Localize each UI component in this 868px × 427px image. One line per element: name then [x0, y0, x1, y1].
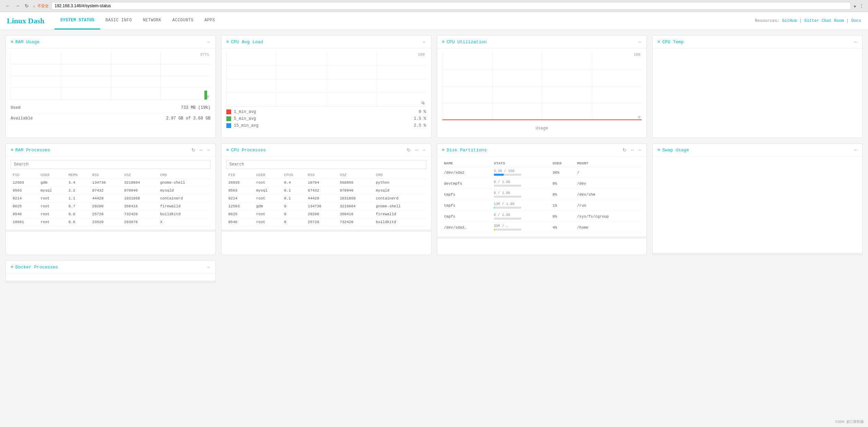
- cpu-util-usage-label: Usage: [442, 123, 642, 134]
- forward-button[interactable]: →: [14, 2, 21, 9]
- disk-progress-bar: [494, 207, 494, 209]
- disk-partitions-body: NAME STATS USED MOUNT /dev/sda2 5.3G / 1…: [437, 157, 647, 236]
- cpu-processes-expand[interactable]: ↔: [414, 147, 420, 153]
- ram-used-label: Used: [11, 105, 21, 110]
- ram-processes-header: ≡ RAM Processes ↻ ↔ −: [6, 144, 215, 157]
- table-row: /dev/sda2 5.3G / 15G 36% /: [442, 167, 642, 178]
- gitter-link[interactable]: Gitter Chat Room: [804, 19, 844, 23]
- disk-name-cell: tmpfs: [442, 200, 492, 211]
- disk-used-cell: 0%: [550, 178, 575, 189]
- rss-cell: 29200: [90, 203, 122, 210]
- cpu-temp-minimize[interactable]: −: [853, 39, 857, 45]
- mem-cell: 0.6: [66, 210, 90, 218]
- table-row: 9563 mysql 0.1 87432 970940 mysqld: [226, 187, 426, 195]
- cmd-cell: mysqld: [158, 187, 211, 195]
- pid-cell: 12503: [11, 179, 38, 187]
- cpu-util-header: ≡ CPU Utilization −: [437, 36, 647, 48]
- tab-network[interactable]: NETWORK: [138, 12, 167, 30]
- disk-stats-cell: 5.3G / 15G: [492, 167, 550, 178]
- menu-icon[interactable]: ⋮: [859, 3, 864, 9]
- user-cell: mysql: [254, 187, 282, 195]
- ram-chart-min: 0: [207, 95, 209, 99]
- swap-minimize[interactable]: −: [853, 147, 857, 153]
- tab-apps[interactable]: APPS: [199, 12, 221, 30]
- github-link[interactable]: GitHub: [782, 19, 797, 23]
- disk-partitions-controls: ↻ ↔ −: [622, 147, 642, 153]
- cpu-utilization-card: ≡ CPU Utilization − 100 0: [437, 35, 647, 138]
- bookmark-icon[interactable]: ★: [854, 3, 856, 9]
- ram-processes-expand[interactable]: ↔: [198, 147, 204, 153]
- user-cell: root: [254, 210, 282, 218]
- ram-processes-resize[interactable]: [6, 230, 215, 232]
- disk-progress-container: [494, 185, 521, 187]
- pid-cell: 9563: [11, 187, 38, 195]
- cpu-processes-header: ≡ CPU Processes ↻ ↔ −: [222, 144, 431, 157]
- app-logo: Linux Dash: [7, 16, 44, 25]
- menu-icon: ≡: [442, 148, 445, 153]
- vsz-cell: 1031868: [338, 195, 374, 203]
- reload-button[interactable]: ↻: [23, 2, 30, 9]
- main-content: ≡ RAM Usage − 3771 0: [0, 30, 868, 294]
- menu-icon: ≡: [11, 39, 13, 45]
- disk-refresh[interactable]: ↻: [622, 147, 627, 153]
- disk-partitions-card: ≡ Disk Partitions ↻ ↔ − NAME STATS USED: [437, 143, 647, 255]
- ram-processes-search[interactable]: [11, 160, 211, 169]
- cpu-processes-search[interactable]: [226, 160, 426, 169]
- col-vsz: VSZ: [338, 172, 374, 179]
- disk-used-cell: 36%: [550, 167, 575, 178]
- pid-cell: 9563: [226, 187, 254, 195]
- cpu-cell: 0.1: [282, 187, 306, 195]
- cpu-cell: 0: [282, 210, 306, 218]
- cpu-processes-resize[interactable]: [222, 230, 431, 232]
- browser-nav: ← → ↻: [4, 2, 30, 9]
- ram-processes-refresh[interactable]: ↻: [191, 147, 196, 153]
- tab-basic-info[interactable]: BASIC INFO: [100, 12, 138, 30]
- url-bar[interactable]: [51, 2, 851, 10]
- menu-icon: ≡: [226, 148, 229, 153]
- browser-bar: ← → ↻ ⚠ 不安全 ★ ⋮: [0, 0, 868, 12]
- rss-cell: 25728: [90, 210, 122, 218]
- back-button[interactable]: ←: [4, 2, 12, 9]
- table-row: /dev/sda3… 33M / … 4% /home: [442, 222, 642, 233]
- tab-system-status[interactable]: SYSTEM STATUS: [55, 12, 100, 30]
- cpu-util-chart: 100 0: [442, 52, 642, 120]
- tab-accounts[interactable]: ACCOUNTS: [167, 12, 199, 30]
- cpu-chart-icon: ⌂: [421, 100, 424, 105]
- disk-resize[interactable]: [437, 236, 647, 239]
- chart-v-line: [542, 52, 542, 120]
- ram-usage-title: ≡ RAM Usage: [11, 39, 39, 45]
- disk-name-cell: /dev/sda3…: [442, 222, 492, 233]
- mem-cell: 0.6: [66, 218, 90, 226]
- cpu-avg-minimize[interactable]: −: [422, 39, 426, 45]
- cpu-processes-refresh[interactable]: ↻: [406, 147, 412, 153]
- menu-icon: ≡: [11, 265, 13, 270]
- docs-link[interactable]: Docs: [851, 19, 861, 23]
- disk-stats-cell: 0 / 1.9G: [492, 211, 550, 222]
- docker-minimize[interactable]: −: [206, 264, 211, 270]
- ram-available-value: 2.97 GB of 3.68 GB: [166, 116, 211, 121]
- cpu-processes-title: ≡ CPU Processes: [226, 148, 266, 153]
- rss-cell: 44420: [306, 195, 338, 203]
- legend-label-1min: 1_min_avg: [234, 109, 416, 114]
- menu-icon: ≡: [657, 148, 660, 153]
- ram-usage-minimize[interactable]: −: [206, 39, 211, 45]
- disk-col-used: USED: [550, 160, 575, 167]
- cpu-processes-minimize[interactable]: −: [422, 147, 426, 153]
- browser-actions: ★ ⋮: [854, 3, 864, 9]
- user-cell: root: [38, 210, 66, 218]
- disk-minimize[interactable]: −: [638, 147, 642, 153]
- cpu-util-minimize[interactable]: −: [638, 39, 642, 45]
- disk-partitions-header: ≡ Disk Partitions ↻ ↔ −: [437, 144, 647, 157]
- menu-icon: ≡: [226, 39, 229, 45]
- disk-mount-cell: /home: [575, 222, 642, 233]
- cpu-util-body: 100 0 Usage: [437, 48, 647, 137]
- table-row: 9214 root 0.1 44420 1031868 containerd: [226, 195, 426, 203]
- docker-resize[interactable]: [6, 280, 215, 282]
- swap-resize[interactable]: [653, 253, 862, 255]
- table-row: 12503 gdm 0 134736 3219864 gnome-shell: [226, 203, 426, 210]
- table-row: 8625 root 0 29200 358416 firewalld: [226, 210, 426, 218]
- ram-processes-minimize[interactable]: −: [206, 147, 211, 153]
- disk-expand[interactable]: ↔: [629, 147, 635, 153]
- ram-available-row: Available 2.97 GB of 3.68 GB: [11, 113, 211, 124]
- legend-label-15min: 15_min_avg: [234, 123, 411, 128]
